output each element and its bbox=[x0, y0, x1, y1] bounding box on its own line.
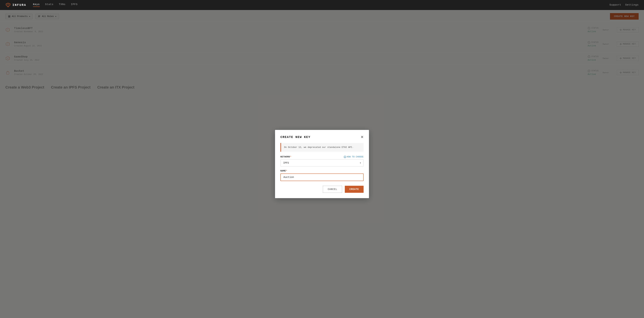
network-form-group: NETWORK* i HOW TO CHOOSE IPFS ▾ bbox=[280, 156, 364, 166]
settings-link[interactable]: Settings bbox=[625, 3, 639, 6]
create-button[interactable]: CREATE bbox=[345, 186, 364, 193]
how-to-choose-link[interactable]: i HOW TO CHOOSE bbox=[344, 156, 364, 158]
nav-ipfs[interactable]: IPFS bbox=[71, 3, 78, 7]
name-required: * bbox=[286, 170, 287, 172]
network-label: NETWORK* bbox=[280, 156, 292, 158]
deprecation-notice: On October 12, we deprecated our standal… bbox=[280, 143, 364, 152]
logo-text: INFURA bbox=[12, 3, 26, 7]
cancel-button[interactable]: CANCEL bbox=[323, 186, 342, 193]
deprecation-notice-text: On October 12, we deprecated our standal… bbox=[284, 146, 353, 149]
nav-right: Support Settings bbox=[610, 3, 639, 6]
name-label-row: NAME* bbox=[280, 170, 364, 172]
modal-overlay: CREATE NEW KEY ✕ On October 12, we depre… bbox=[0, 10, 644, 318]
infura-logo-icon bbox=[5, 2, 11, 8]
network-required: * bbox=[290, 156, 291, 158]
main-content: All Products ▾ All Roles ▾ CREATE NEW KE… bbox=[0, 10, 644, 318]
network-select-wrapper: IPFS ▾ bbox=[280, 159, 364, 166]
name-label: NAME* bbox=[280, 170, 287, 172]
logo: INFURA bbox=[5, 2, 26, 8]
support-link[interactable]: Support bbox=[610, 3, 621, 6]
nav-links: Keys Stats TXNs IPFS bbox=[33, 3, 610, 7]
modal-header: CREATE NEW KEY ✕ bbox=[280, 135, 364, 139]
name-input[interactable] bbox=[280, 174, 364, 181]
modal-close-button[interactable]: ✕ bbox=[360, 135, 364, 139]
modal-actions: CANCEL CREATE bbox=[280, 186, 364, 193]
nav-stats[interactable]: Stats bbox=[45, 3, 54, 7]
network-label-row: NETWORK* i HOW TO CHOOSE bbox=[280, 156, 364, 158]
navbar: INFURA Keys Stats TXNs IPFS Support Sett… bbox=[0, 0, 644, 10]
svg-text:i: i bbox=[344, 156, 346, 158]
name-form-group: NAME* bbox=[280, 170, 364, 181]
network-select[interactable]: IPFS bbox=[280, 159, 364, 166]
create-new-key-modal: CREATE NEW KEY ✕ On October 12, we depre… bbox=[275, 130, 369, 198]
nav-keys[interactable]: Keys bbox=[33, 3, 40, 7]
nav-txns[interactable]: TXNs bbox=[59, 3, 66, 7]
info-icon: i bbox=[344, 156, 346, 158]
modal-title: CREATE NEW KEY bbox=[280, 135, 310, 139]
